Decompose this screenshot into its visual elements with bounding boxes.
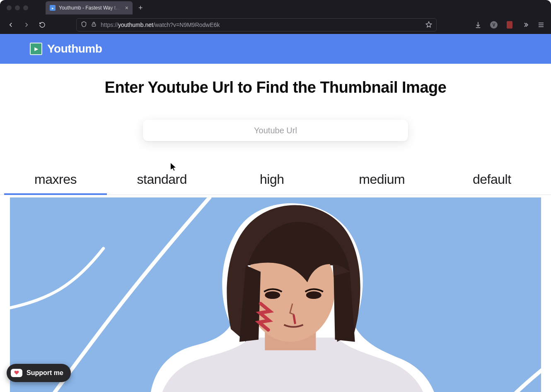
bookmark-star-icon[interactable] xyxy=(425,21,432,29)
brand-logo-icon xyxy=(30,43,42,55)
browser-tab[interactable]: Youthumb - Fastest Way to Dow × xyxy=(46,1,133,14)
svg-rect-0 xyxy=(92,24,96,26)
window-maximize-icon[interactable] xyxy=(23,5,28,10)
tab-medium[interactable]: medium xyxy=(327,166,437,195)
tab-high[interactable]: high xyxy=(217,166,327,195)
overflow-icon[interactable] xyxy=(520,19,531,31)
window-controls xyxy=(3,5,33,10)
new-tab-button[interactable]: + xyxy=(133,4,149,12)
tab-standard[interactable]: standard xyxy=(107,166,217,195)
tab-maxres[interactable]: maxres xyxy=(4,166,107,195)
youtube-url-input[interactable] xyxy=(143,120,408,141)
toolbar-right: V xyxy=(472,19,547,31)
svg-point-5 xyxy=(306,291,321,299)
heart-icon xyxy=(11,369,22,377)
url-bar[interactable]: https://youthumb.net/watch?v=N9M9RodwE6k xyxy=(76,18,437,31)
browser-chrome: Youthumb - Fastest Way to Dow × + https:… xyxy=(0,0,551,34)
downloads-icon[interactable] xyxy=(472,19,484,31)
extension-v-icon[interactable]: V xyxy=(488,19,500,31)
hamburger-menu-icon[interactable] xyxy=(535,19,547,31)
reload-button[interactable] xyxy=(36,18,49,31)
support-me-button[interactable]: Support me xyxy=(7,364,71,382)
support-label: Support me xyxy=(27,369,63,377)
svg-point-4 xyxy=(265,291,280,299)
forward-button[interactable] xyxy=(20,18,33,31)
brand[interactable]: Youthumb xyxy=(30,42,102,55)
tab-title: Youthumb - Fastest Way to Dow xyxy=(59,5,122,11)
page-content: Youthumb Enter Youtube Url to Find the T… xyxy=(0,34,551,392)
thumbnail-illustration-icon xyxy=(10,197,541,392)
tab-strip: Youthumb - Fastest Way to Dow × + xyxy=(0,0,551,16)
back-button[interactable] xyxy=(4,18,17,31)
url-input-wrap xyxy=(0,120,551,141)
window-close-icon[interactable] xyxy=(7,5,12,10)
page-heading: Enter Youtube Url to Find the Thumbnail … xyxy=(0,79,551,96)
thumbnail-container xyxy=(0,195,551,392)
resolution-tabs: maxres standard high medium default xyxy=(0,166,551,195)
brand-name: Youthumb xyxy=(47,42,102,55)
url-text: https://youthumb.net/watch?v=N9M9RodwE6k xyxy=(101,22,421,28)
tab-close-icon[interactable]: × xyxy=(125,5,128,11)
tab-default[interactable]: default xyxy=(437,166,547,195)
window-minimize-icon[interactable] xyxy=(15,5,20,10)
shield-icon[interactable] xyxy=(81,21,87,29)
nav-bar: https://youthumb.net/watch?v=N9M9RodwE6k… xyxy=(0,16,551,34)
thumbnail-image[interactable] xyxy=(10,197,541,392)
tab-favicon-icon xyxy=(50,5,56,11)
extension-adblock-icon[interactable] xyxy=(504,19,515,31)
site-header: Youthumb xyxy=(0,34,551,64)
lock-icon[interactable] xyxy=(91,22,97,28)
